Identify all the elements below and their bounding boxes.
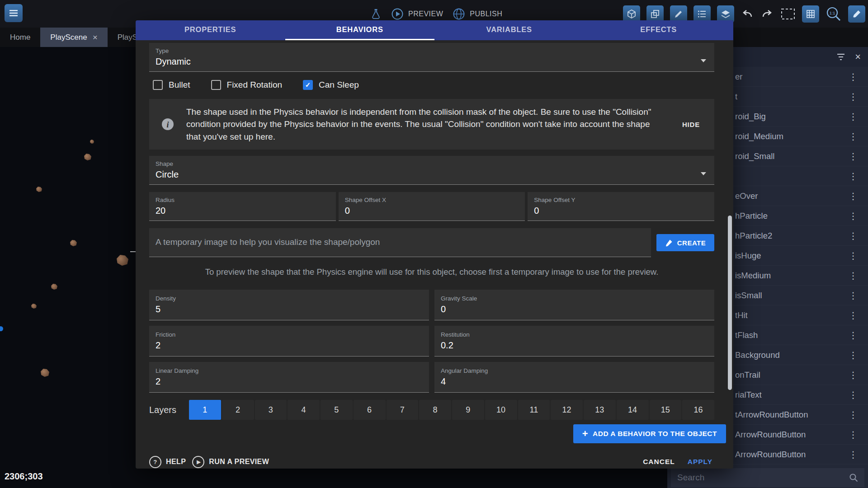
field-label: Type	[156, 47, 708, 54]
more-icon[interactable]: ⋮	[848, 131, 858, 142]
temp-image-field[interactable]: A temporary image to help you visualize …	[149, 228, 651, 257]
zoom-reset-button[interactable]: 1:1	[826, 6, 842, 22]
layer-toggle[interactable]: 11	[518, 400, 550, 420]
number-field[interactable]: Linear Damping 2	[149, 362, 429, 393]
number-field[interactable]: Friction 2	[149, 326, 429, 357]
type-select[interactable]: Type Dynamic	[149, 43, 714, 72]
tab-close-icon[interactable]: ×	[93, 33, 98, 42]
checkbox-item[interactable]: ✓ Bullet	[153, 80, 190, 90]
dialog-scrollbar[interactable]	[728, 216, 732, 390]
project-manager-button[interactable]	[5, 4, 23, 22]
checkbox-label: Can Sleep	[319, 80, 359, 90]
more-icon[interactable]: ⋮	[848, 429, 858, 440]
asteroid-sprite[interactable]	[31, 304, 37, 309]
asteroid-sprite[interactable]	[51, 284, 57, 290]
paint-mode-button[interactable]	[848, 5, 865, 23]
hide-button[interactable]: HIDE	[679, 117, 703, 132]
more-icon[interactable]: ⋮	[848, 270, 858, 281]
asteroid-sprite[interactable]	[36, 187, 42, 192]
asteroid-sprite[interactable]	[70, 240, 77, 246]
more-icon[interactable]: ⋮	[848, 191, 858, 202]
asteroid-sprite[interactable]	[117, 255, 128, 266]
properties-button[interactable]	[670, 5, 687, 23]
layer-toggle[interactable]: 12	[551, 400, 583, 420]
layer-toggle[interactable]: 3	[255, 400, 287, 420]
instances-list-button[interactable]	[693, 5, 711, 23]
grid-button[interactable]	[802, 5, 819, 23]
create-button[interactable]: CREATE	[656, 234, 714, 251]
more-icon[interactable]: ⋮	[848, 250, 858, 261]
layer-toggle[interactable]: 7	[387, 400, 419, 420]
filter-button[interactable]	[836, 52, 846, 62]
more-icon[interactable]: ⋮	[848, 310, 858, 321]
field-label: Friction	[156, 331, 423, 338]
more-icon[interactable]: ⋮	[848, 111, 858, 122]
debug-button[interactable]	[370, 8, 382, 20]
preview-button[interactable]: PREVIEW	[391, 7, 443, 21]
more-icon[interactable]: ⋮	[848, 211, 858, 221]
redo-button[interactable]	[760, 7, 774, 21]
layers-icon	[721, 9, 731, 19]
object-name: hParticle2	[735, 231, 848, 241]
layer-toggle[interactable]: 4	[288, 400, 320, 420]
number-field[interactable]: Shape Offset Y 0	[528, 192, 714, 221]
layer-toggle[interactable]: 10	[485, 400, 517, 420]
layer-toggle[interactable]: 14	[617, 400, 649, 420]
asteroid-sprite[interactable]	[84, 154, 91, 160]
selection-mask-button[interactable]	[780, 6, 796, 22]
dialog-tab[interactable]: VARIABLES	[434, 20, 584, 40]
dialog-tab[interactable]: BEHAVIORS	[285, 20, 435, 40]
more-icon[interactable]: ⋮	[848, 389, 858, 400]
more-icon[interactable]: ⋮	[848, 151, 858, 162]
panel-close-button[interactable]: ×	[855, 52, 861, 62]
more-icon[interactable]: ⋮	[848, 230, 858, 241]
svg-text:1:1: 1:1	[830, 11, 835, 15]
layer-toggle[interactable]: 1	[189, 400, 221, 420]
more-icon[interactable]: ⋮	[848, 409, 858, 420]
zoom-1-1-icon: 1:1	[826, 6, 842, 22]
object-name: tFlash	[735, 330, 848, 340]
shape-select[interactable]: Shape Circle	[149, 156, 714, 185]
add-behavior-button[interactable]: + ADD A BEHAVIOR TO THE OBJECT	[573, 424, 726, 443]
layer-toggle[interactable]: 13	[584, 400, 616, 420]
run-preview-button[interactable]: ▶ RUN A PREVIEW	[192, 456, 269, 468]
cancel-button[interactable]: CANCEL	[643, 458, 675, 466]
objects-editor-button[interactable]	[623, 5, 640, 23]
apply-button[interactable]: APPLY	[688, 458, 712, 466]
number-field[interactable]: Density 5	[149, 290, 429, 320]
more-icon[interactable]: ⋮	[848, 290, 858, 301]
layer-toggle[interactable]: 6	[354, 400, 386, 420]
number-field[interactable]: Angular Damping 4	[434, 362, 714, 393]
more-icon[interactable]: ⋮	[848, 71, 858, 82]
number-field[interactable]: Radius 20	[149, 192, 336, 221]
number-field[interactable]: Restitution 0.2	[434, 326, 714, 357]
publish-button[interactable]: PUBLISH	[452, 7, 502, 21]
layer-toggle[interactable]: 15	[650, 400, 682, 420]
layer-toggle[interactable]: 16	[682, 400, 714, 420]
layer-toggle[interactable]: 9	[452, 400, 484, 420]
help-button[interactable]: ? HELP	[149, 456, 186, 468]
asteroid-sprite[interactable]	[41, 369, 49, 377]
dialog-tab[interactable]: EFFECTS	[584, 20, 734, 40]
tab-home[interactable]: Home	[0, 28, 40, 47]
layer-toggle[interactable]: 2	[222, 400, 254, 420]
more-icon[interactable]: ⋮	[848, 171, 858, 182]
layer-toggle[interactable]: 8	[419, 400, 451, 420]
object-groups-button[interactable]	[646, 5, 664, 23]
more-icon[interactable]: ⋮	[848, 370, 858, 380]
checkbox-item[interactable]: ✓ Can Sleep	[303, 80, 359, 90]
number-field[interactable]: Shape Offset X 0	[339, 192, 525, 221]
checkbox-item[interactable]: ✓ Fixed Rotation	[211, 80, 283, 90]
number-field[interactable]: Gravity Scale 0	[434, 290, 714, 320]
more-icon[interactable]: ⋮	[848, 91, 858, 102]
more-icon[interactable]: ⋮	[848, 330, 858, 341]
more-icon[interactable]: ⋮	[848, 449, 858, 460]
search-input[interactable]	[677, 473, 844, 483]
more-icon[interactable]: ⋮	[848, 350, 858, 361]
asteroid-sprite[interactable]	[90, 140, 94, 144]
undo-button[interactable]	[741, 7, 754, 21]
dialog-tab[interactable]: PROPERTIES	[136, 20, 285, 40]
tab-playscene[interactable]: PlayScene ×	[40, 28, 107, 47]
layer-toggle[interactable]: 5	[321, 400, 353, 420]
layers-editor-button[interactable]	[717, 5, 734, 23]
